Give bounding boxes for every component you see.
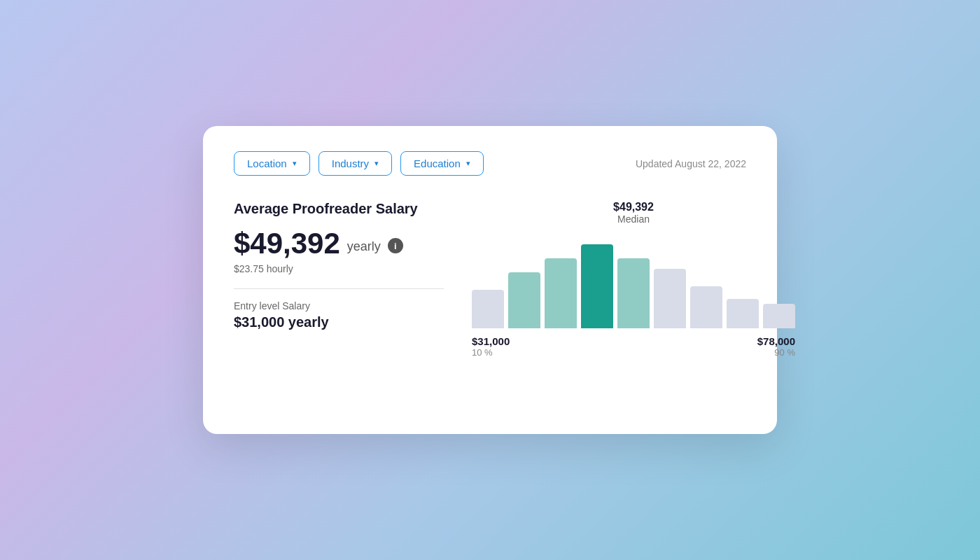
bar-chart [472,230,795,328]
bar-item [617,258,650,328]
entry-level-label: Entry level Salary [234,300,444,312]
bar-item [472,290,504,328]
salary-main: $49,392 yearly i [234,227,444,260]
bar-item [690,286,722,328]
industry-filter[interactable]: Industry ▾ [318,151,392,176]
card-header: Location ▾ Industry ▾ Education ▾ Update… [234,151,746,176]
education-chevron-icon: ▾ [466,159,470,168]
chart-max: $78,000 90 % [757,335,795,358]
min-value: $31,000 [472,335,510,347]
industry-label: Industry [332,158,369,169]
median-value: $49,392 [613,201,654,214]
max-value: $78,000 [757,335,795,347]
salary-info: Average Proofreader Salary $49,392 yearl… [234,201,444,330]
chart-min: $31,000 10 % [472,335,510,358]
salary-title: Average Proofreader Salary [234,201,444,217]
salary-hourly: $23.75 hourly [234,263,444,274]
industry-chevron-icon: ▾ [374,159,379,168]
education-filter[interactable]: Education ▾ [400,151,484,176]
bar-item [508,272,540,328]
location-chevron-icon: ▾ [293,159,297,168]
location-label: Location [247,158,287,169]
updated-text: Updated August 22, 2022 [636,158,746,169]
median-label-group: $49,392 Median [613,201,654,225]
chart-section: $49,392 Median $31,000 10 % $78,000 90 % [472,201,795,358]
max-pct: 90 % [774,347,795,358]
chart-footer: $31,000 10 % $78,000 90 % [472,335,795,358]
education-label: Education [414,158,461,169]
info-icon[interactable]: i [388,238,403,253]
location-filter[interactable]: Location ▾ [234,151,310,176]
bar-item [545,258,577,328]
salary-amount: $49,392 [234,227,340,260]
bar-item [581,244,613,328]
entry-level-amount: $31,000 yearly [234,314,444,330]
card-body: Average Proofreader Salary $49,392 yearl… [234,201,746,358]
bar-item [654,269,686,328]
salary-card: Location ▾ Industry ▾ Education ▾ Update… [203,126,777,434]
median-text: Median [613,214,654,225]
salary-period: yearly [347,239,381,254]
divider [234,288,444,289]
filters-group: Location ▾ Industry ▾ Education ▾ [234,151,484,176]
bar-item [763,304,795,328]
bar-item [727,299,759,328]
min-pct: 10 % [472,347,510,358]
